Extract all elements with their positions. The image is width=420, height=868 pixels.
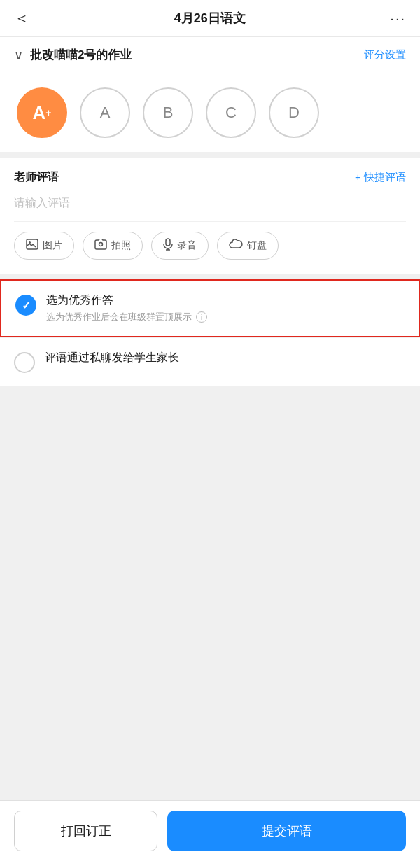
comment-header: 老师评语 + 快捷评语 bbox=[14, 170, 406, 185]
chevron-down-icon[interactable]: ∨ bbox=[14, 48, 23, 63]
private-message-option[interactable]: 评语通过私聊发给学生家长 bbox=[0, 337, 420, 386]
excellent-option-text: 选为优秀作答 选为优秀作业后会在班级群置顶展示 i bbox=[46, 293, 405, 323]
mic-icon bbox=[163, 238, 173, 253]
quick-comment-button[interactable]: + 快捷评语 bbox=[355, 171, 406, 184]
attach-photo-label: 拍照 bbox=[111, 239, 131, 252]
grade-d-button[interactable]: D bbox=[269, 88, 319, 138]
homework-title: 批改喵喵2号的作业 bbox=[30, 47, 132, 63]
sub-header-left: ∨ 批改喵喵2号的作业 bbox=[14, 47, 132, 63]
content-spacer bbox=[0, 386, 420, 631]
return-button[interactable]: 打回订正 bbox=[14, 811, 158, 851]
grade-aplus-button[interactable]: A+ bbox=[17, 88, 67, 138]
grade-b-button[interactable]: B bbox=[143, 88, 193, 138]
excellent-option-desc: 选为优秀作业后会在班级群置顶展示 i bbox=[46, 311, 405, 323]
attach-audio-button[interactable]: 录音 bbox=[151, 232, 209, 260]
back-button[interactable]: ＜ bbox=[14, 10, 29, 26]
image-icon bbox=[26, 239, 38, 253]
bottom-bar: 打回订正 提交评语 bbox=[0, 800, 420, 868]
comment-input-placeholder[interactable]: 请输入评语 bbox=[14, 193, 406, 221]
cloud-icon bbox=[229, 239, 243, 253]
private-option-text: 评语通过私聊发给学生家长 bbox=[45, 351, 406, 368]
comment-label: 老师评语 bbox=[14, 170, 59, 185]
grade-settings-button[interactable]: 评分设置 bbox=[364, 48, 406, 62]
options-section: 选为优秀作答 选为优秀作业后会在班级群置顶展示 i 评语通过私聊发给学生家长 bbox=[0, 279, 420, 386]
private-checkbox[interactable] bbox=[14, 352, 35, 373]
attach-cloud-label: 钉盘 bbox=[247, 239, 267, 252]
attach-cloud-button[interactable]: 钉盘 bbox=[217, 232, 279, 260]
svg-point-2 bbox=[99, 243, 103, 246]
sub-header: ∨ 批改喵喵2号的作业 评分设置 bbox=[0, 37, 420, 74]
attachment-row: 图片 拍照 录音 bbox=[14, 221, 406, 267]
private-option-title: 评语通过私聊发给学生家长 bbox=[45, 351, 406, 365]
more-button[interactable]: ··· bbox=[390, 10, 406, 27]
attach-image-button[interactable]: 图片 bbox=[14, 232, 74, 260]
grade-a-button[interactable]: A bbox=[80, 88, 130, 138]
nav-bar: ＜ 4月26日语文 ··· bbox=[0, 0, 420, 37]
attach-image-label: 图片 bbox=[43, 239, 62, 252]
info-icon[interactable]: i bbox=[196, 312, 207, 323]
comment-section: 老师评语 + 快捷评语 请输入评语 图片 拍照 bbox=[0, 158, 420, 279]
grade-c-button[interactable]: C bbox=[206, 88, 256, 138]
excellent-checkbox[interactable] bbox=[15, 295, 36, 316]
excellent-option-title: 选为优秀作答 bbox=[46, 293, 405, 308]
submit-button[interactable]: 提交评语 bbox=[167, 811, 406, 851]
excellent-answer-option[interactable]: 选为优秀作答 选为优秀作业后会在班级群置顶展示 i bbox=[0, 279, 420, 337]
grade-section: A+ A B C D bbox=[0, 74, 420, 158]
svg-rect-3 bbox=[166, 239, 170, 246]
nav-title: 4月26日语文 bbox=[174, 10, 246, 27]
camera-icon bbox=[94, 239, 107, 253]
attach-photo-button[interactable]: 拍照 bbox=[83, 232, 143, 260]
attach-audio-label: 录音 bbox=[177, 239, 197, 252]
